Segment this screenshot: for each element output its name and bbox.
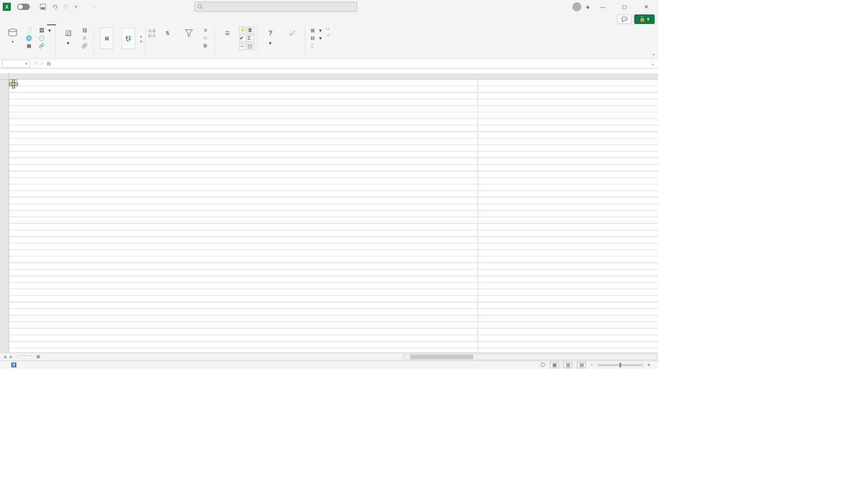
next-sheet-icon[interactable]: ▸ <box>10 354 13 360</box>
currencies-button[interactable]: 💱 <box>118 27 138 51</box>
group-button[interactable]: ⊞ ▾ <box>308 27 323 34</box>
page-break-view-icon[interactable]: ▤ <box>577 362 586 368</box>
remove-dup-icon[interactable]: 🗑 <box>247 27 255 34</box>
cancel-formula-icon[interactable]: ✕ <box>33 61 38 66</box>
tab-hilfe[interactable] <box>83 21 92 25</box>
zoom-in-icon[interactable]: + <box>647 362 650 367</box>
advanced-icon: ⚙ <box>202 42 208 49</box>
datatypes-down-icon[interactable]: ▾ <box>140 39 142 44</box>
tab-daten[interactable] <box>47 20 56 25</box>
cells-area[interactable]: 📋 <box>9 80 658 352</box>
workbook-links-icon: 🔗 <box>81 42 88 49</box>
tab-acrobat[interactable] <box>92 21 101 25</box>
zoom-out-icon[interactable]: − <box>590 362 593 367</box>
add-sheet-icon[interactable]: ⊕ <box>32 354 45 360</box>
refresh-all-button[interactable]: 🔄 ▾ <box>58 27 78 47</box>
datatypes-up-icon[interactable]: ▴ <box>140 34 142 38</box>
whatif-button[interactable]: ❓ ▾ <box>260 27 280 47</box>
tab-tabellenentwurf[interactable] <box>101 21 110 25</box>
column-headers[interactable] <box>9 73 658 80</box>
from-text-csv-button[interactable]: 📄 <box>24 27 35 34</box>
stocks-button[interactable]: 🏛 <box>97 27 117 51</box>
data-validation-icon[interactable]: ✔ <box>239 35 246 42</box>
recent-icon: 🕘 <box>38 35 45 41</box>
insert-function-icon[interactable]: fx <box>47 61 51 66</box>
properties-button: ⚙ <box>80 34 91 42</box>
database-icon <box>6 28 19 38</box>
advanced-filter-button[interactable]: ⚙ <box>201 42 212 49</box>
sort-desc-icon[interactable]: Z↓A <box>148 33 156 38</box>
from-table-button[interactable]: ▦ <box>24 42 35 49</box>
consolidate-icon[interactable]: Σ <box>247 35 255 42</box>
maximize-button[interactable]: ▢ <box>616 0 633 13</box>
group-queries-label <box>58 57 91 58</box>
normal-view-icon[interactable]: ▦ <box>550 362 559 368</box>
display-settings-button[interactable]: 🖵 <box>541 362 545 367</box>
get-data-button[interactable]: ▾ <box>3 27 23 45</box>
comments-button[interactable]: 💬 <box>617 14 632 24</box>
save-icon[interactable] <box>37 2 49 12</box>
sheet-tab-1[interactable] <box>18 356 32 358</box>
existing-connections-button[interactable]: 🔗 <box>37 42 52 49</box>
sort-asc-icon[interactable]: A↓Z <box>148 28 156 33</box>
name-box[interactable]: ▾ <box>2 60 30 68</box>
outline-hide-icon[interactable]: −≡ <box>325 33 330 38</box>
forecast-sheet-button[interactable]: 📈 <box>282 27 302 40</box>
switch-off-icon[interactable] <box>17 4 30 10</box>
from-image-button[interactable]: 🖼 ▾ <box>37 27 52 34</box>
paste-options-icon[interactable]: 📋 <box>9 80 17 87</box>
queries-connections-button[interactable]: ⛓ <box>80 27 91 34</box>
outline-show-icon[interactable]: +≡ <box>325 27 330 31</box>
zoom-slider[interactable] <box>598 364 643 366</box>
diamond-icon[interactable]: ◆ <box>586 4 590 10</box>
collapse-ribbon-icon[interactable]: ⌄ <box>651 51 656 56</box>
spreadsheet-grid[interactable]: 📋 <box>0 73 658 352</box>
share-button[interactable]: 🔓 ▾ <box>634 14 655 24</box>
expand-formula-bar-icon[interactable]: ⌄ <box>647 61 658 66</box>
sort-az-buttons[interactable]: A↓ZZ↓A <box>148 27 156 38</box>
tab-seitenlayout[interactable] <box>29 21 38 25</box>
reapply-button: ↻ <box>201 34 212 42</box>
row-headers[interactable] <box>0 80 9 352</box>
user-avatar-icon[interactable] <box>572 2 581 11</box>
refresh-icon: 🔄 <box>62 28 75 38</box>
flash-fill-icon[interactable]: ⚡ <box>239 27 246 34</box>
text-to-columns-button[interactable]: ☰ <box>217 27 237 40</box>
ribbon: ▾ 📄 🌐 ▦ 🖼 ▾ 🕘 🔗 🔄 ▾ ⛓ ⚙ � <box>0 25 658 59</box>
ribbon-tabstrip: 💬 🔓 ▾ <box>0 14 658 25</box>
horizontal-scrollbar[interactable] <box>403 354 656 360</box>
chevron-down-icon[interactable]: ▾ <box>25 61 28 66</box>
page-layout-view-icon[interactable]: ▥ <box>563 362 572 368</box>
undo-icon[interactable] <box>49 2 61 12</box>
autosave-toggle[interactable] <box>14 4 33 10</box>
prev-sheet-icon[interactable]: ◂ <box>4 354 6 360</box>
tab-ansicht[interactable] <box>65 21 74 25</box>
tab-start[interactable] <box>11 21 20 25</box>
redo-icon[interactable] <box>61 2 72 12</box>
accept-formula-icon[interactable]: ✓ <box>40 61 44 66</box>
recent-sources-button[interactable]: 🕘 <box>37 34 52 42</box>
tab-einfuegen[interactable] <box>20 21 29 25</box>
tab-ueberpruefen[interactable] <box>56 21 65 25</box>
close-button[interactable]: ✕ <box>637 0 655 13</box>
ungroup-button[interactable]: ⊟ ▾ <box>308 34 323 42</box>
tab-datei[interactable] <box>2 21 11 25</box>
group-forecast-label <box>260 57 302 58</box>
sort-icon: ⇅ <box>161 28 174 38</box>
qat-dropdown-icon[interactable]: ▾ <box>72 3 80 11</box>
tab-formeln[interactable] <box>38 21 47 25</box>
sort-button[interactable]: ⇅ <box>157 27 177 40</box>
svg-point-2 <box>198 5 202 8</box>
filter-button[interactable] <box>179 27 199 40</box>
tab-entwicklertools[interactable] <box>74 21 83 25</box>
search-input[interactable] <box>194 2 357 12</box>
from-web-button[interactable]: 🌐 <box>24 34 35 42</box>
relationships-icon[interactable]: ↔ <box>239 43 246 50</box>
select-all-corner[interactable] <box>0 73 9 80</box>
minimize-button[interactable]: — <box>594 0 611 13</box>
accessibility-status[interactable]: ♿ <box>11 362 16 367</box>
group-import-label <box>3 57 52 58</box>
properties-icon: ⚙ <box>81 35 88 41</box>
data-model-icon[interactable]: ◫ <box>247 43 255 50</box>
search-icon <box>198 4 203 9</box>
